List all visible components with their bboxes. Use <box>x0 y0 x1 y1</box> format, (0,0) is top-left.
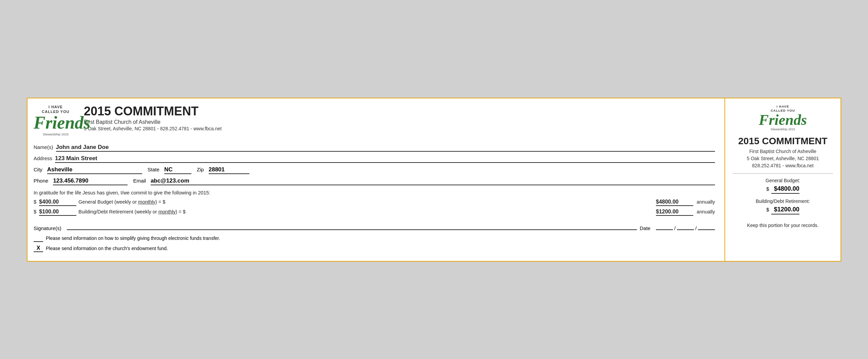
stub-general-row: $ $4800.00 <box>766 185 799 194</box>
header: I HAVE CALLED YOU Friends Stewardship 20… <box>34 105 715 138</box>
state-value: NC <box>164 166 191 174</box>
stub-church: First Baptist Church of Asheville 5 Oak … <box>747 148 819 169</box>
stub-logo-friends: Friends <box>759 113 807 128</box>
stub-general-label: General Budget: <box>766 178 800 183</box>
state-group: State NC <box>148 166 191 174</box>
phone-email-row: Phone 123.456.7890 Email abc@123.com <box>34 177 715 185</box>
email-value: abc@123.com <box>151 177 715 185</box>
general-weekly-amount: $400.00 <box>39 199 76 206</box>
stub-section: I HAVE CALLED YOU Friends Stewardship 20… <box>725 98 841 261</box>
address-row: Address 123 Main Street <box>34 155 715 163</box>
name-label: Name(s) <box>34 144 53 150</box>
address-value: 123 Main Street <box>55 155 715 163</box>
stub-general-dollar: $ <box>766 186 769 192</box>
signature-section: Signature(s) Date / / Please send inform… <box>34 223 715 252</box>
logo-top-text: I HAVE CALLED YOU <box>34 105 78 114</box>
city-state-zip-row: City Asheville State NC Zip 28801 <box>34 166 715 174</box>
date-day-line <box>677 223 694 230</box>
form-section: Name(s) John and Jane Doe Address 123 Ma… <box>34 144 715 185</box>
stub-divider <box>733 173 833 174</box>
endowment-row: X Please send information on the church'… <box>34 245 715 252</box>
address-label: Address <box>34 155 52 161</box>
endowment-checkbox[interactable]: X <box>34 245 43 252</box>
header-address: 5 Oak Street, Asheville, NC 28801 - 828.… <box>84 126 715 131</box>
building-debt-desc: Building/Debt Retirement (weekly or mont… <box>78 209 653 214</box>
signature-line <box>67 223 637 230</box>
general-budget-row: $ $400.00 General Budget (weekly or mont… <box>34 199 715 206</box>
general-dollar-sign: $ <box>34 199 36 205</box>
general-annual-amount: $4800.00 <box>656 199 693 206</box>
header-title: 2015 COMMITMENT <box>84 105 715 118</box>
building-weekly-amount: $100.00 <box>39 209 76 216</box>
zip-label: Zip <box>197 167 204 172</box>
phone-group: Phone 123.456.7890 <box>34 177 128 185</box>
stub-building-dollar: $ <box>766 207 769 212</box>
building-dollar-sign: $ <box>34 209 36 214</box>
date-part: / / <box>656 223 715 231</box>
stub-title: 2015 COMMITMENT <box>738 136 828 147</box>
date-month-line <box>656 223 673 230</box>
city-label: City <box>34 167 42 172</box>
general-budget-desc: General Budget (weekly or monthly) = $ <box>78 199 653 205</box>
signature-label: Signature(s) <box>34 225 61 231</box>
email-group: Email abc@123.com <box>133 177 715 185</box>
endowment-text: Please send information on the church's … <box>46 246 168 251</box>
city-value: Asheville <box>47 166 142 174</box>
email-label: Email <box>133 178 146 184</box>
state-label: State <box>148 167 159 172</box>
city-group: City Asheville <box>34 166 142 174</box>
logo-friends: Friends <box>34 114 78 132</box>
building-debt-row: $ $100.00 Building/Debt Retirement (week… <box>34 209 715 216</box>
header-church: First Baptist Church of Asheville <box>84 119 715 125</box>
eft-row: Please send information on how to simpli… <box>34 234 715 242</box>
date-slash1: / <box>674 226 676 231</box>
eft-text: Please send information on how to simpli… <box>46 235 220 241</box>
stub-general-value: $4800.00 <box>771 185 799 194</box>
logo-stewardship: Stewardship 2015 <box>34 132 78 136</box>
phone-label: Phone <box>34 178 48 184</box>
stub-building-label: Building/Debt Retirement: <box>756 199 810 204</box>
page-wrapper: I HAVE CALLED YOU Friends Stewardship 20… <box>27 98 841 262</box>
phone-value: 123.456.7890 <box>53 177 128 185</box>
building-annual-amount: $1200.00 <box>656 209 693 216</box>
date-slash2: / <box>695 226 697 231</box>
header-info: 2015 COMMITMENT First Baptist Church of … <box>84 105 715 132</box>
logo-area: I HAVE CALLED YOU Friends Stewardship 20… <box>34 105 78 138</box>
main-section: I HAVE CALLED YOU Friends Stewardship 20… <box>27 98 725 261</box>
stub-footer: Keep this portion for your records. <box>747 223 819 228</box>
date-year-line <box>698 223 715 230</box>
name-row: Name(s) John and Jane Doe <box>34 144 715 152</box>
stub-building-row: $ $1200.00 <box>766 206 799 214</box>
date-label: Date <box>640 225 650 231</box>
building-annually: annually <box>697 209 715 214</box>
general-annually: annually <box>697 199 715 205</box>
stub-building-value: $1200.00 <box>771 206 799 214</box>
name-value: John and Jane Doe <box>56 144 715 152</box>
building-monthly-underline: monthly <box>158 209 176 214</box>
signature-row: Signature(s) Date / / <box>34 223 715 231</box>
zip-group: Zip 28801 <box>197 166 249 174</box>
eft-checkbox[interactable] <box>34 234 43 242</box>
commitment-intro: In gratitude for the life Jesus has give… <box>34 190 715 195</box>
zip-value: 28801 <box>209 166 249 174</box>
stub-logo-area: I HAVE CALLED YOU Friends Stewardship 20… <box>759 105 807 131</box>
general-monthly-underline: monthly <box>138 199 155 205</box>
